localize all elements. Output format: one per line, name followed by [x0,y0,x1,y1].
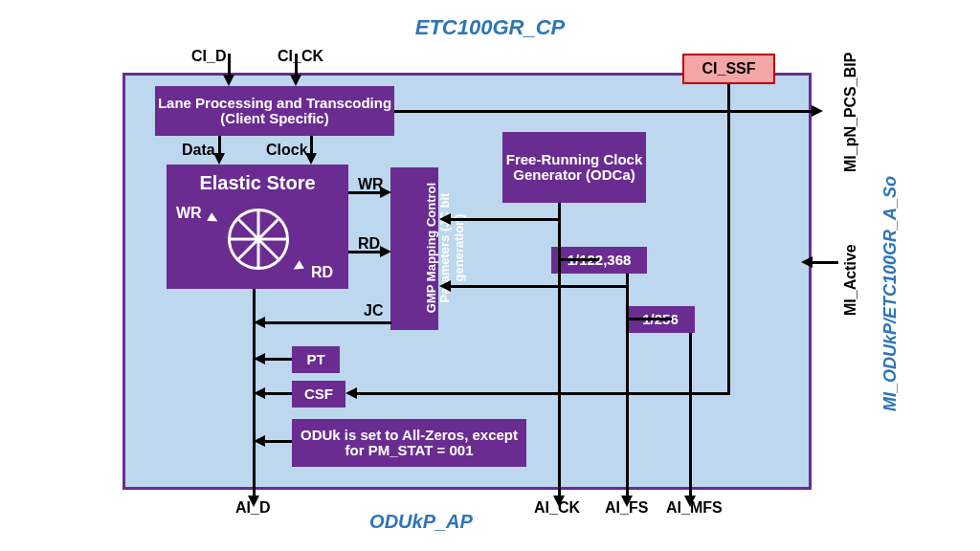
oduk-zero-label: ODUk is set to All-Zeros, except for PM_… [294,428,524,459]
gmp-block: GMP Mapping Control Parameters (JC bit g… [390,167,438,330]
csf-label: CSF [304,386,333,403]
arrow-icon [248,496,259,507]
arrow-icon [345,387,357,399]
line [450,218,561,221]
line [389,321,391,324]
line [348,251,382,253]
mi-pcs-bip-label: MI_pN_PCS_BIP [842,53,859,172]
ci-d-label: CI_D [191,48,226,65]
line [356,392,730,395]
arrow-icon [254,353,265,364]
jc-label: JC [364,302,383,320]
wr-arrow-icon [207,212,220,226]
clock-label: Clock [266,142,308,159]
ci-ssf-label: CI_SSF [702,60,755,77]
freerun-label: Free-Running Clock Generator (ODCa) [504,152,644,184]
arrow-icon [812,105,823,117]
arrow-icon [439,280,451,292]
line [727,84,730,394]
csf-block: CSF [292,381,345,408]
line [812,261,838,264]
data-label: Data [182,142,215,159]
line [295,54,298,77]
line [394,110,812,113]
arrow-icon [439,213,451,225]
rd-inner-label: RD [311,264,333,281]
arrow-icon [380,246,391,257]
arrow-icon [254,387,265,399]
mi-active-label: MI_Active [842,244,859,316]
wr-inner-label: WR [176,205,202,222]
arrow-icon [621,496,633,507]
line [264,440,292,443]
title-bottom: ODUkP_AP [287,511,555,533]
line [450,285,629,288]
arrow-icon [254,317,265,328]
line [561,258,599,261]
line [626,318,672,320]
pt-block: PT [292,346,340,373]
line [264,321,391,324]
oduk-zero-block: ODUk is set to All-Zeros, except for PM_… [292,419,526,467]
elastic-block: Elastic Store WR RD [167,165,348,289]
arrow-icon [223,75,234,86]
rd-arrow-icon [291,260,304,274]
arrow-icon [305,153,317,165]
gmp-label: GMP Mapping Control Parameters (JC bit g… [425,171,466,324]
title-top: ETC100GR_CP [0,15,980,40]
line [348,191,382,194]
arrow-icon [380,187,391,198]
arrow-icon [801,256,813,268]
line [228,54,231,77]
ci-ssf-block: CI_SSF [682,54,775,84]
pt-label: PT [306,352,324,368]
lane-label: Lane Processing and Transcoding (Client … [157,96,392,127]
line [264,358,292,361]
ci-ck-label: CI_CK [278,48,323,65]
arrow-icon [553,496,565,507]
freerun-block: Free-Running Clock Generator (ODCa) [502,132,646,203]
arrow-icon [254,435,265,447]
line [689,333,692,499]
line [558,203,561,499]
wheel-icon [228,209,289,270]
line [264,392,292,395]
arrow-icon [290,75,301,86]
line [626,274,629,499]
lane-block: Lane Processing and Transcoding (Client … [155,86,394,136]
side-title: MI_ODUkP/ETC100GR_A_So [880,176,901,411]
arrow-icon [684,496,696,507]
elastic-label: Elastic Store [168,172,346,193]
arrow-icon [213,153,225,165]
